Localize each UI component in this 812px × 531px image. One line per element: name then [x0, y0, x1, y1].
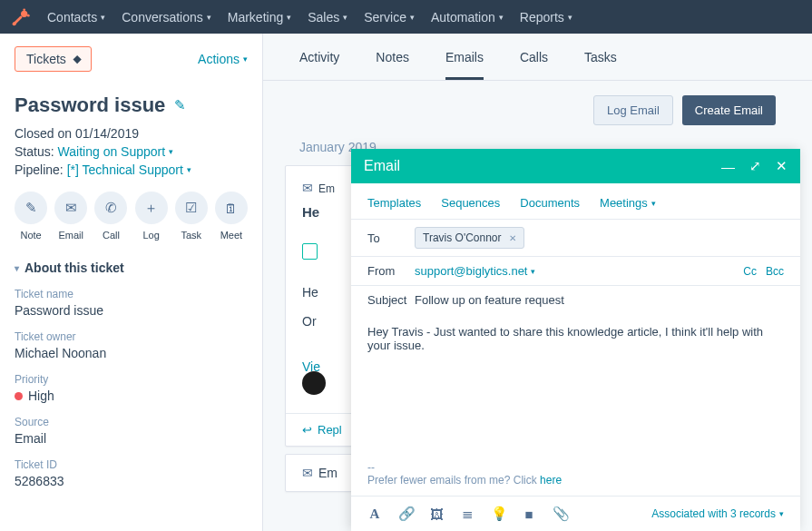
quick-note-button[interactable]: ✎Note [15, 192, 47, 241]
page-title: Password issue [15, 93, 165, 117]
status-label: Status: [15, 144, 54, 159]
align-icon[interactable]: ≣ [460, 506, 474, 522]
email-compose-panel: Email — ⤢ ✕ Templates Sequences Document… [351, 149, 800, 531]
subject-input[interactable] [415, 293, 784, 307]
priority-dot-icon [15, 392, 23, 400]
reply-button[interactable]: ↩Repl [302, 423, 342, 437]
source-label: Source [15, 416, 248, 428]
svg-point-0 [21, 10, 27, 16]
cc-button[interactable]: Cc [743, 265, 757, 278]
sequences-tab[interactable]: Sequences [441, 196, 500, 210]
image-icon[interactable]: 🖼 [429, 506, 444, 522]
video-icon[interactable]: ■ [522, 506, 536, 522]
chevron-down-icon: ▾ [243, 54, 248, 64]
email-header-preview: Em [318, 466, 338, 480]
tab-notes[interactable]: Notes [376, 50, 409, 80]
quick-meet-button[interactable]: 🗓Meet [215, 192, 248, 241]
signature-block: -- Prefer fewer emails from me? Click he… [351, 461, 800, 496]
ticket-name-label: Ticket name [15, 288, 248, 300]
nav-sales[interactable]: Sales▾ [308, 10, 347, 25]
pipeline-dropdown[interactable]: [*] Technical Support▾ [67, 162, 191, 177]
svg-point-2 [23, 8, 25, 11]
calendar-icon: 🗓 [215, 192, 248, 224]
quick-log-button[interactable]: ＋Log [135, 192, 168, 241]
envelope-icon: ✉ [302, 466, 313, 480]
nav-automation[interactable]: Automation▾ [431, 10, 504, 25]
associated-records-dropdown[interactable]: Associated with 3 records▾ [651, 507, 784, 520]
minimize-icon[interactable]: — [721, 159, 735, 174]
chevron-down-icon: ▾ [499, 13, 504, 22]
plus-icon: ＋ [135, 192, 168, 224]
meetings-dropdown[interactable]: Meetings▾ [600, 196, 656, 210]
subject-label: Subject [367, 293, 415, 307]
nav-service[interactable]: Service▾ [364, 10, 415, 25]
chevron-down-icon: ▾ [287, 13, 291, 22]
templates-tab[interactable]: Templates [367, 196, 421, 210]
create-email-button[interactable]: Create Email [682, 95, 776, 125]
status-badge [302, 243, 318, 260]
priority-label: Priority [15, 373, 248, 386]
pencil-icon: ✎ [15, 192, 47, 224]
chevron-down-icon: ▾ [15, 263, 19, 273]
quick-call-button[interactable]: ✆Call [94, 192, 127, 241]
font-icon[interactable]: A [367, 506, 382, 522]
nav-contacts[interactable]: Contacts▾ [47, 10, 105, 25]
svg-point-3 [27, 14, 30, 16]
chevron-down-icon: ▾ [410, 13, 415, 22]
tickets-back-button[interactable]: Tickets ◆ [15, 46, 92, 72]
hubspot-logo-icon[interactable] [11, 7, 31, 27]
nav-marketing[interactable]: Marketing▾ [228, 10, 291, 25]
ticket-id-label: Ticket ID [15, 458, 248, 471]
envelope-icon: ✉ [54, 192, 87, 224]
phone-icon: ✆ [94, 192, 127, 224]
tab-calls[interactable]: Calls [520, 50, 548, 80]
tab-emails[interactable]: Emails [445, 50, 484, 80]
log-email-button[interactable]: Log Email [593, 95, 673, 125]
nav-reports[interactable]: Reports▾ [520, 10, 572, 25]
from-dropdown[interactable]: support@biglytics.net▾ [415, 264, 535, 278]
compose-panel-title: Email [364, 158, 400, 174]
top-nav: Contacts▾ Conversations▾ Marketing▾ Sale… [0, 0, 812, 34]
attachment-icon[interactable]: 📎 [553, 506, 567, 522]
tab-activity[interactable]: Activity [299, 50, 339, 80]
quick-action-row: ✎Note ✉Email ✆Call ＋Log ☑Task 🗓Meet [15, 192, 248, 241]
tab-tasks[interactable]: Tasks [584, 50, 617, 80]
tag-icon: ◆ [71, 55, 83, 64]
recipient-chip[interactable]: Travis O'Connor ✕ [415, 227, 524, 249]
chevron-down-icon: ▾ [531, 267, 535, 276]
status-dropdown[interactable]: Waiting on Support▾ [58, 144, 174, 159]
quick-email-button[interactable]: ✉Email [54, 192, 87, 241]
documents-tab[interactable]: Documents [520, 196, 580, 210]
expand-icon[interactable]: ⤢ [749, 158, 761, 174]
ticket-id-value: 5286833 [15, 474, 248, 488]
from-label: From [367, 264, 415, 278]
link-icon[interactable]: 🔗 [398, 506, 413, 522]
chevron-down-icon: ▾ [101, 13, 105, 22]
record-sidebar: Tickets ◆ Actions▾ Password issue ✎ Clos… [0, 34, 263, 531]
nav-conversations[interactable]: Conversations▾ [122, 10, 211, 25]
knowledge-bulb-icon[interactable]: 💡 [491, 506, 505, 522]
remove-recipient-icon[interactable]: ✕ [509, 233, 516, 243]
pencil-icon[interactable]: ✎ [174, 97, 186, 113]
close-icon[interactable]: ✕ [776, 158, 788, 174]
unsubscribe-link[interactable]: here [540, 474, 562, 487]
svg-point-1 [13, 22, 16, 25]
chevron-down-icon: ▾ [169, 147, 173, 156]
activity-tabs: Activity Notes Emails Calls Tasks [263, 34, 812, 81]
chevron-down-icon: ▾ [779, 509, 784, 518]
bcc-button[interactable]: Bcc [766, 265, 784, 278]
check-icon: ☑ [175, 192, 208, 224]
closed-date: Closed on 01/14/2019 [15, 126, 248, 141]
chevron-down-icon: ▾ [343, 13, 347, 22]
ticket-owner-value: Michael Noonan [15, 346, 248, 360]
email-body-editor[interactable]: Hey Travis - Just wanted to share this k… [351, 314, 800, 461]
quick-task-button[interactable]: ☑Task [175, 192, 208, 241]
source-value: Email [15, 431, 248, 446]
chevron-down-icon: ▾ [187, 165, 191, 174]
pipeline-label: Pipeline: [15, 162, 64, 177]
about-section-header[interactable]: ▾ About this ticket [15, 261, 248, 275]
chevron-down-icon: ▾ [651, 199, 656, 208]
ticket-owner-label: Ticket owner [15, 330, 248, 343]
actions-dropdown[interactable]: Actions▾ [198, 52, 248, 66]
envelope-icon: ✉ [302, 181, 313, 195]
